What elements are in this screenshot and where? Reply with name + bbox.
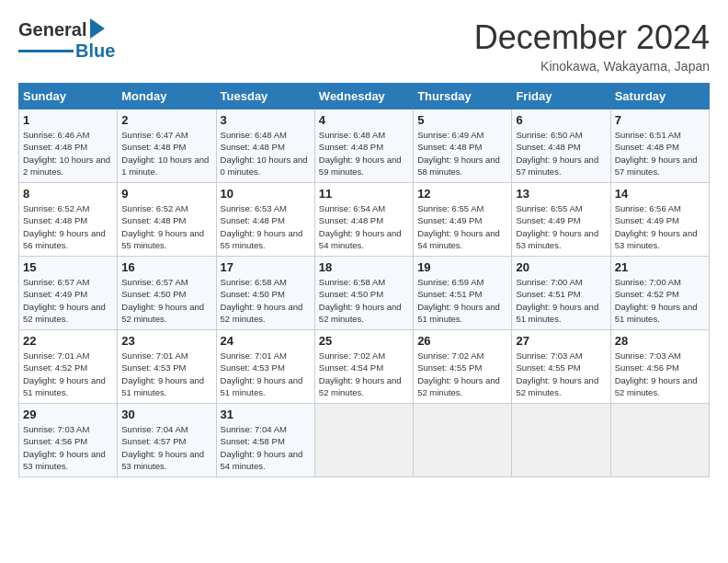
calendar-week-row: 15Sunrise: 6:57 AMSunset: 4:49 PMDayligh… — [19, 257, 710, 330]
calendar-cell: 5Sunrise: 6:49 AMSunset: 4:48 PMDaylight… — [414, 109, 512, 183]
calendar-cell: 18Sunrise: 6:58 AMSunset: 4:50 PMDayligh… — [314, 257, 413, 330]
day-info: Sunrise: 7:03 AMSunset: 4:56 PMDaylight:… — [615, 350, 705, 398]
day-number: 29 — [23, 408, 113, 421]
calendar-cell: 7Sunrise: 6:51 AMSunset: 4:48 PMDaylight… — [610, 109, 709, 183]
calendar-cell: 17Sunrise: 6:58 AMSunset: 4:50 PMDayligh… — [216, 257, 314, 330]
calendar-cell: 10Sunrise: 6:53 AMSunset: 4:48 PMDayligh… — [216, 183, 314, 257]
logo-arrow-icon — [90, 18, 105, 39]
header-sunday: Sunday — [19, 84, 118, 109]
calendar-cell: 19Sunrise: 6:59 AMSunset: 4:51 PMDayligh… — [414, 257, 512, 330]
day-info: Sunrise: 6:59 AMSunset: 4:51 PMDaylight:… — [417, 276, 507, 325]
calendar-cell: 23Sunrise: 7:01 AMSunset: 4:53 PMDayligh… — [118, 330, 216, 404]
day-number: 7 — [615, 113, 705, 127]
day-number: 2 — [121, 113, 211, 127]
calendar-cell: 11Sunrise: 6:54 AMSunset: 4:48 PMDayligh… — [314, 183, 413, 257]
calendar-cell: 2Sunrise: 6:47 AMSunset: 4:48 PMDaylight… — [118, 109, 216, 183]
day-info: Sunrise: 6:48 AMSunset: 4:48 PMDaylight:… — [319, 129, 409, 178]
day-number: 25 — [319, 334, 409, 348]
calendar-cell: 27Sunrise: 7:03 AMSunset: 4:55 PMDayligh… — [512, 330, 610, 404]
day-number: 31 — [221, 408, 311, 421]
day-info: Sunrise: 7:00 AMSunset: 4:51 PMDaylight:… — [516, 276, 606, 325]
logo-general-text: General — [18, 19, 86, 40]
day-number: 22 — [23, 334, 113, 348]
calendar-cell: 9Sunrise: 6:52 AMSunset: 4:48 PMDaylight… — [118, 183, 216, 257]
calendar-cell: 22Sunrise: 7:01 AMSunset: 4:52 PMDayligh… — [19, 330, 118, 404]
day-info: Sunrise: 6:50 AMSunset: 4:48 PMDaylight:… — [516, 129, 606, 178]
calendar-cell: 15Sunrise: 6:57 AMSunset: 4:49 PMDayligh… — [19, 257, 118, 330]
calendar-cell — [314, 404, 413, 477]
header-thursday: Thursday — [414, 84, 512, 109]
day-number: 1 — [23, 113, 113, 127]
logo: General Blue — [18, 18, 115, 62]
day-info: Sunrise: 6:56 AMSunset: 4:49 PMDaylight:… — [615, 202, 705, 251]
header-tuesday: Tuesday — [216, 84, 314, 109]
day-number: 14 — [615, 187, 705, 201]
calendar-cell: 31Sunrise: 7:04 AMSunset: 4:58 PMDayligh… — [216, 404, 314, 477]
logo-blue-text: Blue — [75, 40, 115, 62]
day-number: 6 — [516, 113, 606, 127]
day-number: 9 — [121, 187, 211, 201]
calendar-cell: 3Sunrise: 6:48 AMSunset: 4:48 PMDaylight… — [216, 109, 314, 183]
day-info: Sunrise: 6:53 AMSunset: 4:48 PMDaylight:… — [221, 202, 311, 251]
day-info: Sunrise: 6:51 AMSunset: 4:48 PMDaylight:… — [615, 129, 705, 178]
day-info: Sunrise: 6:52 AMSunset: 4:48 PMDaylight:… — [121, 202, 211, 251]
day-number: 17 — [221, 260, 311, 274]
day-number: 21 — [615, 260, 705, 274]
day-info: Sunrise: 6:49 AMSunset: 4:48 PMDaylight:… — [417, 129, 507, 178]
calendar-cell: 1Sunrise: 6:46 AMSunset: 4:48 PMDaylight… — [19, 109, 118, 183]
header-wednesday: Wednesday — [314, 84, 413, 109]
calendar-cell: 30Sunrise: 7:04 AMSunset: 4:57 PMDayligh… — [118, 404, 216, 477]
day-number: 19 — [417, 260, 507, 274]
calendar-cell: 20Sunrise: 7:00 AMSunset: 4:51 PMDayligh… — [512, 257, 610, 330]
day-number: 12 — [417, 187, 507, 201]
day-info: Sunrise: 7:01 AMSunset: 4:53 PMDaylight:… — [121, 350, 211, 398]
page-header: General Blue December 2024 Kinokawa, Wak… — [18, 18, 710, 74]
calendar-cell — [512, 404, 610, 477]
calendar-cell: 12Sunrise: 6:55 AMSunset: 4:49 PMDayligh… — [414, 183, 512, 257]
calendar-week-row: 8Sunrise: 6:52 AMSunset: 4:48 PMDaylight… — [19, 183, 710, 257]
day-number: 16 — [121, 260, 211, 274]
day-info: Sunrise: 7:04 AMSunset: 4:57 PMDaylight:… — [121, 423, 211, 472]
calendar-header-row: SundayMondayTuesdayWednesdayThursdayFrid… — [19, 84, 710, 109]
day-number: 30 — [121, 408, 211, 421]
calendar-cell: 21Sunrise: 7:00 AMSunset: 4:52 PMDayligh… — [610, 257, 709, 330]
calendar-cell: 28Sunrise: 7:03 AMSunset: 4:56 PMDayligh… — [610, 330, 709, 404]
day-info: Sunrise: 6:55 AMSunset: 4:49 PMDaylight:… — [417, 202, 507, 251]
day-number: 27 — [516, 334, 606, 348]
day-info: Sunrise: 7:00 AMSunset: 4:52 PMDaylight:… — [615, 276, 705, 325]
day-number: 3 — [221, 113, 311, 127]
day-number: 15 — [23, 260, 113, 274]
location-title: Kinokawa, Wakayama, Japan — [474, 59, 710, 74]
day-number: 23 — [121, 334, 211, 348]
day-info: Sunrise: 6:47 AMSunset: 4:48 PMDaylight:… — [121, 129, 211, 178]
day-number: 11 — [319, 187, 409, 201]
calendar-table: SundayMondayTuesdayWednesdayThursdayFrid… — [18, 83, 710, 477]
day-info: Sunrise: 7:01 AMSunset: 4:52 PMDaylight:… — [23, 350, 113, 398]
calendar-cell: 14Sunrise: 6:56 AMSunset: 4:49 PMDayligh… — [610, 183, 709, 257]
day-info: Sunrise: 6:52 AMSunset: 4:48 PMDaylight:… — [23, 202, 113, 251]
day-info: Sunrise: 6:57 AMSunset: 4:50 PMDaylight:… — [121, 276, 211, 325]
day-number: 10 — [221, 187, 311, 201]
day-number: 4 — [319, 113, 409, 127]
day-number: 5 — [417, 113, 507, 127]
day-info: Sunrise: 6:54 AMSunset: 4:48 PMDaylight:… — [319, 202, 409, 251]
day-number: 13 — [516, 187, 606, 201]
day-number: 18 — [319, 260, 409, 274]
calendar-cell: 13Sunrise: 6:55 AMSunset: 4:49 PMDayligh… — [512, 183, 610, 257]
day-info: Sunrise: 7:03 AMSunset: 4:56 PMDaylight:… — [23, 423, 113, 472]
calendar-cell — [610, 404, 709, 477]
calendar-cell: 6Sunrise: 6:50 AMSunset: 4:48 PMDaylight… — [512, 109, 610, 183]
header-monday: Monday — [118, 84, 216, 109]
day-number: 24 — [221, 334, 311, 348]
header-saturday: Saturday — [610, 84, 709, 109]
day-info: Sunrise: 7:02 AMSunset: 4:54 PMDaylight:… — [319, 350, 409, 398]
day-number: 28 — [615, 334, 705, 348]
day-info: Sunrise: 7:03 AMSunset: 4:55 PMDaylight:… — [516, 350, 606, 398]
calendar-week-row: 1Sunrise: 6:46 AMSunset: 4:48 PMDaylight… — [19, 109, 710, 183]
calendar-week-row: 29Sunrise: 7:03 AMSunset: 4:56 PMDayligh… — [19, 404, 710, 477]
day-info: Sunrise: 6:55 AMSunset: 4:49 PMDaylight:… — [516, 202, 606, 251]
day-info: Sunrise: 6:58 AMSunset: 4:50 PMDaylight:… — [221, 276, 311, 325]
day-info: Sunrise: 6:57 AMSunset: 4:49 PMDaylight:… — [23, 276, 113, 325]
calendar-cell: 8Sunrise: 6:52 AMSunset: 4:48 PMDaylight… — [19, 183, 118, 257]
calendar-cell: 4Sunrise: 6:48 AMSunset: 4:48 PMDaylight… — [314, 109, 413, 183]
